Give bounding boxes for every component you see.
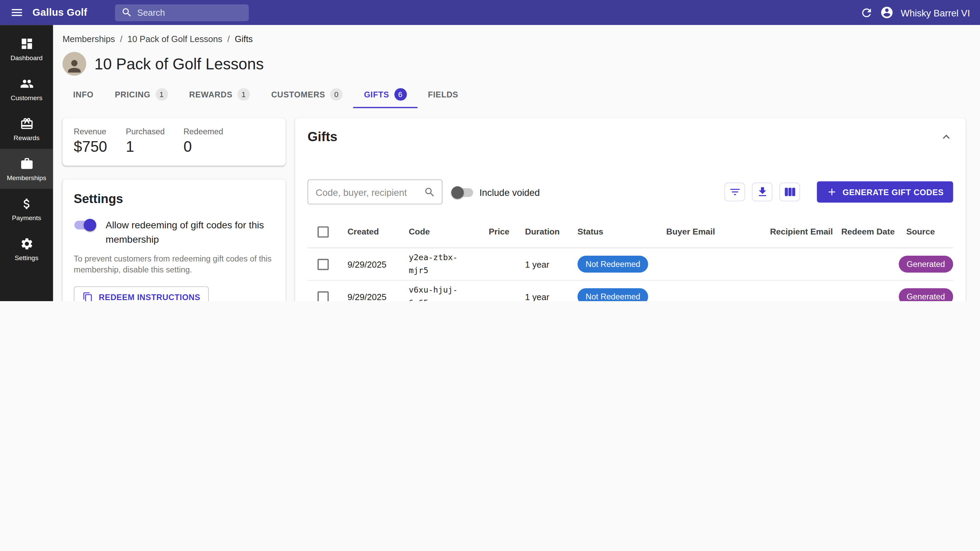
- table-row[interactable]: 9/29/2025y2ea-ztbx-mjr51 yearNot Redeeme…: [307, 248, 953, 280]
- source-chip: Generated: [898, 256, 953, 272]
- sidebar-item-label: Rewards: [14, 134, 40, 141]
- gifts-table-header: CreatedCodePriceDurationStatusBuyer Emai…: [307, 216, 953, 248]
- column-header-created: Created: [347, 226, 409, 237]
- search-icon: [424, 186, 436, 198]
- cell-code: v6xu-hjuj-6g65: [409, 284, 488, 301]
- stat-value: 0: [183, 138, 223, 156]
- tab-label: FIELDS: [428, 89, 458, 99]
- search-icon: [121, 7, 132, 18]
- settings-card: Settings Allow redeeming of gift codes f…: [62, 180, 286, 301]
- allow-redeeming-row: Allow redeeming of gift codes for this m…: [74, 218, 274, 247]
- breadcrumb-separator: /: [120, 34, 123, 44]
- generate-gift-codes-button[interactable]: GENERATE GIFT CODES: [817, 181, 953, 202]
- search-icon: [121, 7, 132, 18]
- row-checkbox[interactable]: [317, 258, 329, 270]
- filter-icon: [729, 186, 741, 198]
- sidebar-item-payments[interactable]: Payments: [0, 189, 53, 229]
- tab-label: INFO: [73, 89, 94, 99]
- cell-duration: 1 year: [525, 259, 578, 269]
- sidebar-item-memberships[interactable]: Memberships: [0, 149, 53, 189]
- cell-duration: 1 year: [525, 291, 578, 301]
- person-icon: [65, 57, 84, 76]
- redeem-instructions-button[interactable]: REDEEM INSTRUCTIONS: [74, 287, 209, 301]
- settings-icon: [20, 237, 33, 250]
- stat-label: Redeemed: [183, 127, 223, 136]
- cell-created: 9/29/2025: [347, 259, 409, 269]
- tab-rewards[interactable]: REWARDS1: [178, 81, 260, 108]
- include-voided-toggle[interactable]: [452, 186, 474, 199]
- tab-label: PRICING: [115, 89, 150, 99]
- tab-badge: 6: [394, 88, 407, 101]
- stat-revenue: Revenue$750: [74, 127, 107, 156]
- appbar-search-input[interactable]: [137, 8, 237, 18]
- content: Revenue$750Purchased1Redeemed0 Settings …: [62, 118, 966, 301]
- tab-badge: 0: [330, 88, 343, 101]
- tab-info[interactable]: INFO: [62, 81, 104, 108]
- appbar-search[interactable]: [115, 4, 248, 21]
- column-header-redeem-date: Redeem Date: [841, 226, 906, 237]
- breadcrumb-item-gifts: Gifts: [235, 34, 253, 44]
- columns-button[interactable]: [780, 183, 800, 201]
- sidebar-item-settings[interactable]: Settings: [0, 229, 53, 269]
- sidebar-item-rewards[interactable]: Rewards: [0, 109, 53, 149]
- refresh-button[interactable]: [860, 6, 873, 19]
- tab-badge: 1: [156, 88, 168, 101]
- gifts-card: Gifts Include: [295, 118, 966, 301]
- breadcrumb-item-memberships[interactable]: Memberships: [62, 34, 115, 44]
- gifts-table-body: 9/29/2025y2ea-ztbx-mjr51 yearNot Redeeme…: [307, 248, 953, 301]
- refresh-icon: [860, 6, 873, 19]
- payments-icon: [20, 197, 33, 210]
- menu-icon: [10, 5, 24, 19]
- include-voided-row: Include voided: [452, 185, 540, 199]
- tab-pricing[interactable]: PRICING1: [104, 81, 179, 108]
- cell-created: 9/29/2025: [347, 291, 409, 301]
- filter-button[interactable]: [724, 183, 745, 201]
- select-all-checkbox[interactable]: [317, 226, 329, 237]
- gifts-toolbar: Include voided: [307, 180, 953, 204]
- filter-icon: [729, 186, 741, 198]
- tab-gifts[interactable]: GIFTS6: [353, 81, 417, 108]
- tab-customers[interactable]: CUSTOMERS0: [261, 81, 354, 108]
- sidebar-item-label: Settings: [15, 254, 38, 261]
- row-checkbox[interactable]: [317, 291, 329, 301]
- right-column: Gifts Include: [295, 118, 966, 301]
- sidebar: DashboardCustomersRewardsMembershipsPaym…: [0, 25, 53, 301]
- page-title: 10 Pack of Golf Lessons: [94, 55, 264, 73]
- copy-icon: [82, 292, 93, 301]
- sidebar-item-dashboard[interactable]: Dashboard: [0, 29, 53, 69]
- table-row[interactable]: 9/29/2025v6xu-hjuj-6g651 yearNot Redeeme…: [307, 280, 953, 301]
- allow-redeeming-label: Allow redeeming of gift codes for this m…: [106, 218, 265, 247]
- account-icon: [880, 5, 894, 19]
- menu-button[interactable]: [10, 5, 24, 19]
- stats-card: Revenue$750Purchased1Redeemed0: [62, 118, 286, 166]
- toolbar-actions: GENERATE GIFT CODES: [724, 181, 953, 202]
- stat-value: $750: [74, 138, 107, 156]
- account-button[interactable]: [880, 5, 894, 19]
- column-header-buyer-email: Buyer Email: [666, 226, 770, 237]
- settings-description: To prevent customers from redeeming gift…: [74, 253, 274, 277]
- status-chip: Not Redeemed: [578, 288, 649, 301]
- download-icon: [756, 186, 768, 198]
- column-header-status: Status: [578, 226, 666, 237]
- main-content: Memberships/10 Pack of Golf Lessons/Gift…: [53, 25, 980, 301]
- sidebar-item-label: Dashboard: [11, 53, 43, 61]
- title-row: 10 Pack of Golf Lessons: [62, 52, 966, 76]
- download-button[interactable]: [752, 183, 773, 201]
- person-icon: [65, 57, 84, 76]
- allow-redeeming-toggle[interactable]: [74, 219, 96, 231]
- source-chip: Generated: [898, 288, 953, 301]
- gifts-search-field[interactable]: [307, 180, 442, 204]
- dashboard-icon: [20, 37, 33, 50]
- sidebar-item-customers[interactable]: Customers: [0, 69, 53, 109]
- tab-fields[interactable]: FIELDS: [417, 81, 469, 108]
- settings-title: Settings: [74, 192, 274, 207]
- cell-source: Generated: [906, 288, 953, 301]
- breadcrumb-item-10-pack-of-golf-lessons[interactable]: 10 Pack of Golf Lessons: [127, 34, 223, 44]
- column-header-duration: Duration: [525, 226, 578, 237]
- collapse-gifts-button[interactable]: [939, 130, 953, 143]
- gifts-search-input[interactable]: [316, 186, 424, 197]
- app-root: Gallus Golf Whisky Barrel VI DashboardCu…: [0, 0, 980, 301]
- rewards-icon: [20, 116, 33, 130]
- left-column: Revenue$750Purchased1Redeemed0 Settings …: [62, 118, 286, 301]
- include-voided-label: Include voided: [479, 186, 540, 197]
